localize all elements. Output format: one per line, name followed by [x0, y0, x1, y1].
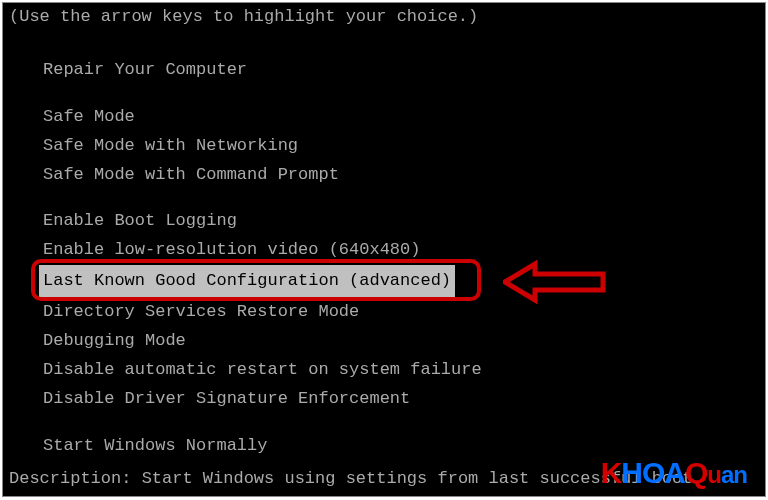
description-label: Description:: [9, 469, 131, 488]
logo-letter-k: K: [601, 456, 622, 489]
menu-item-last-known-good-config[interactable]: Last Known Good Configuration (advanced): [39, 265, 455, 298]
menu-item-safe-mode-networking[interactable]: Safe Mode with Networking: [43, 132, 298, 161]
instruction-text: (Use the arrow keys to highlight your ch…: [3, 3, 765, 32]
logo-letter-u: u: [707, 461, 721, 488]
boot-menu-screen: (Use the arrow keys to highlight your ch…: [2, 2, 766, 497]
menu-item-safe-mode[interactable]: Safe Mode: [43, 103, 135, 132]
logo-letter-q: Q: [685, 456, 707, 489]
menu-item-safe-mode-command-prompt[interactable]: Safe Mode with Command Prompt: [43, 161, 339, 190]
boot-options-menu: Repair Your Computer Safe Mode Safe Mode…: [3, 32, 765, 461]
menu-item-disable-driver-signature[interactable]: Disable Driver Signature Enforcement: [43, 385, 410, 414]
menu-item-repair-your-computer[interactable]: Repair Your Computer: [43, 56, 247, 85]
description-line: Description: Start Windows using setting…: [9, 469, 693, 488]
menu-item-debugging-mode[interactable]: Debugging Mode: [43, 327, 186, 356]
logo-letters-an: an: [721, 461, 747, 488]
logo-letter-h: H: [621, 456, 642, 489]
menu-item-directory-services-restore[interactable]: Directory Services Restore Mode: [43, 298, 359, 327]
selected-item-wrapper: Last Known Good Configuration (advanced): [43, 265, 455, 298]
menu-item-low-resolution-video[interactable]: Enable low-resolution video (640x480): [43, 236, 420, 265]
menu-item-disable-auto-restart[interactable]: Disable automatic restart on system fail…: [43, 356, 482, 385]
menu-item-enable-boot-logging[interactable]: Enable Boot Logging: [43, 207, 237, 236]
watermark-logo: KHOAQuan: [601, 456, 747, 490]
menu-group-repair: Repair Your Computer: [43, 56, 765, 85]
logo-letters-oa: OA: [642, 456, 685, 489]
content-area: (Use the arrow keys to highlight your ch…: [3, 3, 765, 461]
menu-group-safe-mode: Safe Mode Safe Mode with Networking Safe…: [43, 103, 765, 190]
menu-item-start-windows-normally[interactable]: Start Windows Normally: [43, 432, 267, 461]
menu-group-advanced: Enable Boot Logging Enable low-resolutio…: [43, 207, 765, 413]
